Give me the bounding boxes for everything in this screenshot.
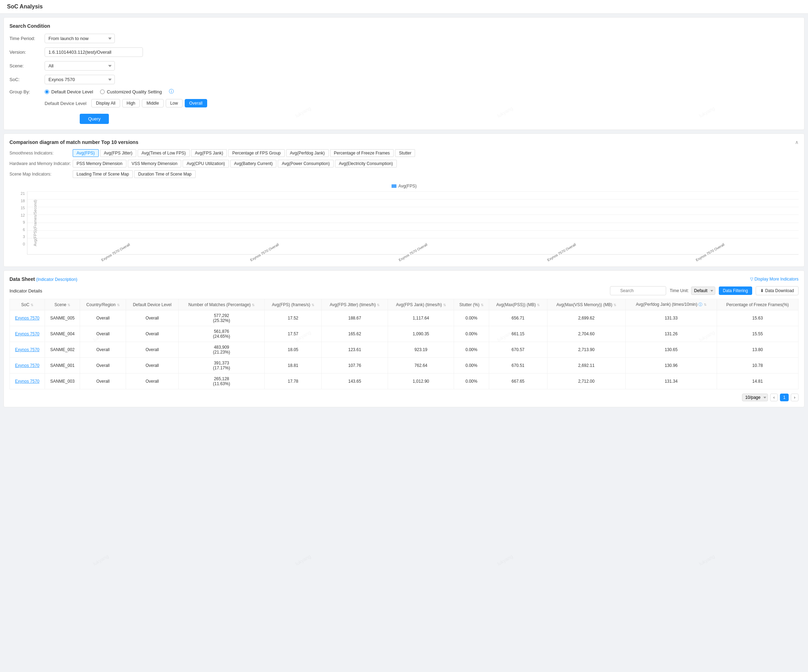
tag-electricity[interactable]: Avg(Electricity Consumption) bbox=[335, 160, 397, 167]
cell-matches-3: 391,373(17.17%) bbox=[179, 358, 264, 374]
sort-vss[interactable]: ⇅ bbox=[613, 303, 616, 307]
cell-matches-1: 561,876(24.65%) bbox=[179, 326, 264, 342]
pagination: 10/page 20/page 50/page ‹ 1 › bbox=[10, 394, 798, 401]
radio-default-device[interactable]: Default Device Level bbox=[45, 89, 93, 95]
tag-avg-fps-jitter[interactable]: Avg(FPS Jitter) bbox=[100, 149, 136, 157]
indicator-details-label: Indicator Details bbox=[10, 288, 42, 293]
cell-soc-0: Exynos 7570 bbox=[10, 310, 45, 326]
tag-avg-fps[interactable]: Avg(FPS) bbox=[73, 149, 98, 157]
prev-page-btn[interactable]: ‹ bbox=[770, 394, 778, 401]
sort-perfdog[interactable]: ⇅ bbox=[704, 303, 706, 307]
tag-duration-scene[interactable]: Duration Time of Scene Map bbox=[134, 170, 195, 178]
table-row: Exynos 7570 SANME_005 Overall Overall 57… bbox=[10, 310, 798, 326]
tag-battery-current[interactable]: Avg(Battery Current) bbox=[230, 160, 277, 167]
data-download-button[interactable]: ⬇ Data Download bbox=[756, 286, 798, 295]
tag-vss-memory[interactable]: VSS Memory Dimension bbox=[128, 160, 182, 167]
soc-link-1[interactable]: Exynos 7570 bbox=[15, 332, 39, 336]
sort-country[interactable]: ⇅ bbox=[117, 303, 120, 307]
search-condition-section: Search Condition Time Period: From launc… bbox=[3, 17, 805, 130]
y-21: 21 bbox=[21, 191, 25, 195]
level-btn-high[interactable]: High bbox=[122, 99, 140, 107]
cell-max-pss-3: 670.51 bbox=[489, 358, 547, 374]
tag-loading-scene[interactable]: Loading Time of Scene Map bbox=[73, 170, 133, 178]
cell-device-level-1: Overall bbox=[126, 326, 179, 342]
info-icon: ⓘ bbox=[169, 88, 174, 95]
level-btn-overall[interactable]: Overall bbox=[185, 99, 207, 107]
sort-scene[interactable]: ⇅ bbox=[67, 303, 70, 307]
sort-matches[interactable]: ⇅ bbox=[252, 303, 255, 307]
tag-avg-fps-jank[interactable]: Avg(FPS Jank) bbox=[191, 149, 227, 157]
data-download-label: Data Download bbox=[765, 288, 794, 293]
version-input[interactable] bbox=[45, 47, 143, 57]
version-row: Version: bbox=[10, 47, 798, 57]
indicator-description-link[interactable]: (Indicator Description) bbox=[36, 277, 77, 282]
cell-fps-jank-0: 1,117.64 bbox=[388, 310, 454, 326]
data-sheet-header: Data Sheet (Indicator Description) ▽ Dis… bbox=[10, 276, 798, 282]
time-period-select[interactable]: From launch to now Last 7 days Last 30 d… bbox=[45, 34, 115, 43]
level-btn-low[interactable]: Low bbox=[166, 99, 183, 107]
sort-fps[interactable]: ⇅ bbox=[312, 303, 314, 307]
chart-section: Comparison diagram of match number Top 1… bbox=[3, 133, 805, 267]
cell-perfdog-0: 131.33 bbox=[625, 310, 717, 326]
download-icon: ⬇ bbox=[760, 288, 764, 293]
table-search-input[interactable] bbox=[610, 286, 666, 295]
perfdog-info-icon[interactable]: ⓘ bbox=[698, 302, 702, 307]
cell-perfdog-4: 131.34 bbox=[625, 374, 717, 389]
app-title: SoC Analysis bbox=[7, 3, 43, 10]
search-wrap: 🔍 bbox=[610, 286, 666, 295]
tag-pct-freeze-frames[interactable]: Percentage of Freeze Frames bbox=[330, 149, 394, 157]
soc-select[interactable]: Exynos 7570 bbox=[45, 75, 115, 84]
soc-link-4[interactable]: Exynos 7570 bbox=[15, 379, 39, 384]
soc-link-2[interactable]: Exynos 7570 bbox=[15, 347, 39, 352]
legend-label: Avg(FPS) bbox=[399, 183, 417, 188]
time-period-row: Time Period: From launch to now Last 7 d… bbox=[10, 34, 798, 43]
cell-country-1: Overall bbox=[80, 326, 126, 342]
x-label-5: Exynos 7570 Overall bbox=[695, 243, 725, 262]
tag-avg-times-low-fps[interactable]: Avg(Times of Low FPS) bbox=[138, 149, 190, 157]
chart-title: Comparison diagram of match number Top 1… bbox=[10, 139, 139, 145]
per-page-select[interactable]: 10/page 20/page 50/page bbox=[742, 394, 768, 401]
tag-pct-fps-group[interactable]: Percentage of FPS Group bbox=[228, 149, 284, 157]
cell-perfdog-3: 130.96 bbox=[625, 358, 717, 374]
scene-select[interactable]: All bbox=[45, 61, 115, 70]
cell-matches-2: 483,909(21.23%) bbox=[179, 342, 264, 358]
cell-soc-3: Exynos 7570 bbox=[10, 358, 45, 374]
tag-pss-memory[interactable]: PSS Memory Dimension bbox=[73, 160, 127, 167]
table-row: Exynos 7570 SANME_002 Overall Overall 48… bbox=[10, 342, 798, 358]
cell-fps-jitter-2: 123.61 bbox=[322, 342, 388, 358]
sort-fps-jank[interactable]: ⇅ bbox=[443, 303, 446, 307]
cell-perfdog-2: 130.65 bbox=[625, 342, 717, 358]
cell-freeze-1: 15.55 bbox=[717, 326, 798, 342]
table-body: Exynos 7570 SANME_005 Overall Overall 57… bbox=[10, 310, 798, 389]
hardware-tags: PSS Memory Dimension VSS Memory Dimensio… bbox=[73, 160, 397, 167]
tag-avg-perfdog-jank[interactable]: Avg(Perfdog Jank) bbox=[286, 149, 329, 157]
sort-pss[interactable]: ⇅ bbox=[537, 303, 540, 307]
sort-soc[interactable]: ⇅ bbox=[30, 303, 33, 307]
tag-stutter[interactable]: Stutter bbox=[395, 149, 415, 157]
cell-freeze-4: 14.81 bbox=[717, 374, 798, 389]
radio-customized-quality[interactable]: Customized Quality Setting bbox=[100, 89, 162, 95]
next-page-btn[interactable]: › bbox=[791, 394, 798, 401]
current-page[interactable]: 1 bbox=[780, 394, 789, 401]
cell-country-4: Overall bbox=[80, 374, 126, 389]
collapse-icon[interactable]: ∧ bbox=[795, 139, 798, 145]
soc-link-3[interactable]: Exynos 7570 bbox=[15, 363, 39, 368]
sort-stutter[interactable]: ⇅ bbox=[481, 303, 484, 307]
data-sheet-title: Data Sheet bbox=[10, 276, 35, 282]
sort-fps-jitter[interactable]: ⇅ bbox=[377, 303, 380, 307]
query-button[interactable]: Query bbox=[80, 114, 109, 124]
time-unit-select[interactable]: Default ms s bbox=[691, 287, 715, 295]
data-filtering-button[interactable]: Data Filtering bbox=[719, 287, 752, 295]
soc-label: SoC: bbox=[10, 77, 45, 82]
level-btn-display-all[interactable]: Display All bbox=[91, 99, 120, 107]
tag-power-consumption[interactable]: Avg(Power Consumption) bbox=[278, 160, 334, 167]
level-btn-middle[interactable]: Middle bbox=[142, 99, 163, 107]
tag-cpu-util[interactable]: Avg(CPU Utilization) bbox=[183, 160, 229, 167]
soc-link-0[interactable]: Exynos 7570 bbox=[15, 316, 39, 320]
col-perfdog: Avg(Perfdog Jank) (times/10min) ⓘ ⇅ bbox=[625, 299, 717, 310]
cell-soc-2: Exynos 7570 bbox=[10, 342, 45, 358]
cell-fps-jitter-0: 188.67 bbox=[322, 310, 388, 326]
cell-soc-4: Exynos 7570 bbox=[10, 374, 45, 389]
display-more-indicators[interactable]: ▽ Display More Indicators bbox=[750, 277, 798, 282]
table-row: Exynos 7570 SANME_003 Overall Overall 26… bbox=[10, 374, 798, 389]
